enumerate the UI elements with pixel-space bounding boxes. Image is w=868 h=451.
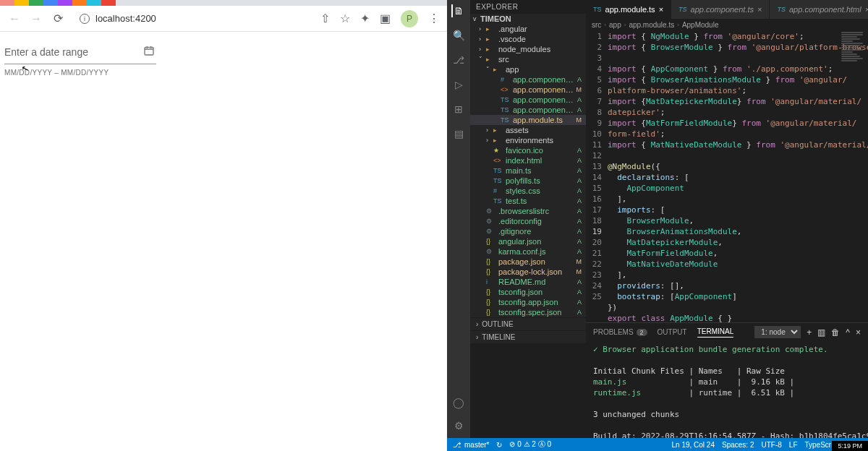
breadcrumb-segment[interactable]: src bbox=[592, 21, 601, 29]
scm-activity-icon[interactable]: ⎇ bbox=[452, 53, 465, 66]
terminal-tab[interactable]: TERMINAL bbox=[697, 327, 734, 338]
date-range-hint: MM/DD/YYYY – MM/DD/YYYY bbox=[4, 69, 443, 77]
file-item[interactable]: ⚙.editorconfigA bbox=[470, 216, 586, 226]
editor-tab[interactable]: TSapp.component.ts× bbox=[671, 0, 770, 19]
terminal-select[interactable]: 1: node bbox=[754, 326, 801, 338]
status-sync[interactable]: ↻ bbox=[496, 441, 502, 449]
chrome-viewport: Enter a date range MM/DD/YYYY – MM/DD/YY… bbox=[0, 32, 447, 451]
status-branch[interactable]: ⎇ master* bbox=[453, 441, 489, 449]
breadcrumb-segment[interactable]: app.module.ts bbox=[629, 21, 674, 29]
file-item[interactable]: {}tsconfig.app.jsonA bbox=[470, 297, 586, 307]
editor-tab[interactable]: TSapp.module.ts× bbox=[586, 0, 671, 19]
breadcrumb[interactable]: src›app›app.module.ts›AppModule bbox=[586, 19, 868, 31]
folder-item[interactable]: ›▸.vscode bbox=[470, 34, 586, 44]
close-panel-icon[interactable]: × bbox=[856, 327, 861, 338]
close-icon[interactable]: × bbox=[757, 5, 762, 14]
file-item[interactable]: ★favicon.icoA bbox=[470, 145, 586, 155]
folder-item[interactable]: ›▸assets bbox=[470, 125, 586, 135]
file-item[interactable]: {}angular.jsonA bbox=[470, 236, 586, 246]
file-item[interactable]: ⚙.gitignoreA bbox=[470, 226, 586, 236]
status-spaces[interactable]: Spaces: 2 bbox=[722, 441, 754, 449]
reload-button[interactable]: ⟳ bbox=[51, 12, 65, 25]
share-icon[interactable]: ⇧ bbox=[320, 12, 330, 25]
extensions-activity-icon[interactable]: ⊞ bbox=[452, 103, 465, 116]
file-item[interactable]: TSapp.component.spec.tsA bbox=[470, 105, 586, 115]
code-editor[interactable]: 1234567891011121314151617181920212223242… bbox=[586, 31, 868, 322]
file-item[interactable]: TSapp.module.tsM bbox=[470, 115, 586, 125]
terminal-output[interactable]: ✓ Browser application bundle generation … bbox=[586, 341, 868, 438]
close-icon[interactable]: × bbox=[865, 5, 868, 14]
file-item[interactable]: ⚙karma.conf.jsA bbox=[470, 246, 586, 257]
explorer-activity-icon[interactable]: 🗎 bbox=[451, 4, 464, 17]
split-terminal-icon[interactable]: ▥ bbox=[817, 327, 825, 338]
folder-item[interactable]: ›▸environments bbox=[470, 135, 586, 145]
file-item[interactable]: #styles.cssA bbox=[470, 186, 586, 196]
forward-button[interactable]: → bbox=[29, 12, 43, 25]
folder-item[interactable]: ›▸.angular bbox=[470, 24, 586, 34]
file-item[interactable]: TSmain.tsA bbox=[470, 166, 586, 176]
maximize-panel-icon[interactable]: ^ bbox=[846, 327, 850, 338]
address-bar[interactable]: i localhost:4200 bbox=[72, 9, 313, 29]
breadcrumb-segment[interactable]: app bbox=[609, 21, 621, 29]
profile-avatar[interactable]: P bbox=[401, 10, 418, 27]
chrome-tab-strip bbox=[0, 0, 447, 6]
file-item[interactable]: TSpolyfills.tsA bbox=[470, 176, 586, 186]
back-button[interactable]: ← bbox=[7, 12, 22, 25]
date-range-field[interactable]: Enter a date range bbox=[4, 42, 156, 64]
sidepanel-icon[interactable]: ▣ bbox=[380, 12, 391, 25]
bottom-panel: PROBLEMS 2 OUTPUT TERMINAL 1: node + ▥ 🗑 bbox=[586, 322, 868, 438]
close-icon[interactable]: × bbox=[659, 5, 663, 14]
file-item[interactable]: {}tsconfig.jsonA bbox=[470, 287, 586, 297]
file-item[interactable]: {}package-lock.jsonM bbox=[470, 267, 586, 277]
editor-tabs: TSapp.module.ts×TSapp.component.ts×TSapp… bbox=[586, 0, 868, 19]
windows-taskbar-clock[interactable]: 5:19 PM bbox=[832, 441, 868, 451]
status-eol[interactable]: LF bbox=[789, 441, 798, 449]
problems-tab[interactable]: PROBLEMS 2 bbox=[593, 328, 647, 336]
folder-item[interactable]: ˅▸app bbox=[470, 64, 586, 74]
file-item[interactable]: TSapp.component.tsA bbox=[470, 95, 586, 105]
mouse-cursor-icon: ↖ bbox=[20, 63, 30, 74]
file-item[interactable]: {}package.jsonM bbox=[470, 257, 586, 267]
kebab-menu-icon[interactable]: ⋮ bbox=[428, 12, 440, 25]
svg-rect-0 bbox=[145, 47, 153, 55]
file-item[interactable]: ⚙.browserslistrcA bbox=[470, 206, 586, 216]
file-item[interactable]: TStest.tsA bbox=[470, 196, 586, 206]
code-content[interactable]: import { NgModule } from '@angular/core'… bbox=[608, 31, 868, 322]
status-encoding[interactable]: UTF-8 bbox=[761, 441, 781, 449]
outline-section[interactable]: ›OUTLINE bbox=[470, 317, 586, 330]
search-activity-icon[interactable]: 🔍 bbox=[452, 29, 465, 42]
explorer-tree[interactable]: v TIMEON ›▸.angular›▸.vscode›▸node_modul… bbox=[470, 14, 586, 317]
timeline-section[interactable]: ›TIMELINE bbox=[470, 330, 586, 343]
editor-tab[interactable]: TSapp.component.html× bbox=[770, 0, 868, 19]
problems-badge: 2 bbox=[637, 329, 647, 336]
status-errors[interactable]: ⊘ 0 ⚠ 2 Ⓐ 0 bbox=[509, 439, 551, 450]
extensions-icon[interactable]: ✦ bbox=[360, 12, 370, 25]
minimap[interactable] bbox=[839, 31, 868, 322]
status-cursor[interactable]: Ln 19, Col 24 bbox=[672, 441, 715, 449]
new-terminal-icon[interactable]: + bbox=[807, 327, 812, 338]
debug-activity-icon[interactable]: ▷ bbox=[452, 78, 465, 91]
chrome-window: ← → ⟳ i localhost:4200 ⇧ ☆ ✦ ▣ P ⋮ Enter… bbox=[0, 0, 447, 451]
file-item[interactable]: {}tsconfig.spec.jsonA bbox=[470, 307, 586, 317]
settings-gear-icon[interactable]: ⚙ bbox=[452, 419, 465, 432]
status-bar: ⎇ master* ↻ ⊘ 0 ⚠ 2 Ⓐ 0 Ln 19, Col 24 Sp… bbox=[447, 438, 868, 451]
file-item[interactable]: #app.component.cssA bbox=[470, 74, 586, 85]
project-root[interactable]: v TIMEON bbox=[470, 14, 586, 24]
folder-item[interactable]: ›▸node_modules bbox=[470, 44, 586, 54]
file-item[interactable]: iREADME.mdA bbox=[470, 277, 586, 287]
folder-item[interactable]: ˅▸src bbox=[470, 54, 586, 64]
activity-bar: 🗎 🔍 ⎇ ▷ ⊞ ▤ ◯ ⚙ bbox=[447, 0, 470, 438]
kill-terminal-icon[interactable]: 🗑 bbox=[831, 327, 840, 338]
books-activity-icon[interactable]: ▤ bbox=[452, 127, 465, 140]
site-info-icon[interactable]: i bbox=[80, 14, 90, 24]
vscode-window: 🗎 🔍 ⎇ ▷ ⊞ ▤ ◯ ⚙ EXPLORER v TIMEON ›▸.ang… bbox=[447, 0, 868, 451]
file-item[interactable]: <>index.htmlA bbox=[470, 155, 586, 166]
file-item[interactable]: <>app.component.htmlM bbox=[470, 85, 586, 95]
line-gutter: 1234567891011121314151617181920212223242… bbox=[586, 31, 608, 322]
breadcrumb-segment[interactable]: AppModule bbox=[682, 21, 719, 29]
bookmark-icon[interactable]: ☆ bbox=[340, 12, 350, 25]
account-icon[interactable]: ◯ bbox=[452, 396, 465, 409]
calendar-icon[interactable] bbox=[143, 45, 155, 59]
explorer-header: EXPLORER bbox=[470, 0, 586, 14]
output-tab[interactable]: OUTPUT bbox=[658, 328, 687, 336]
